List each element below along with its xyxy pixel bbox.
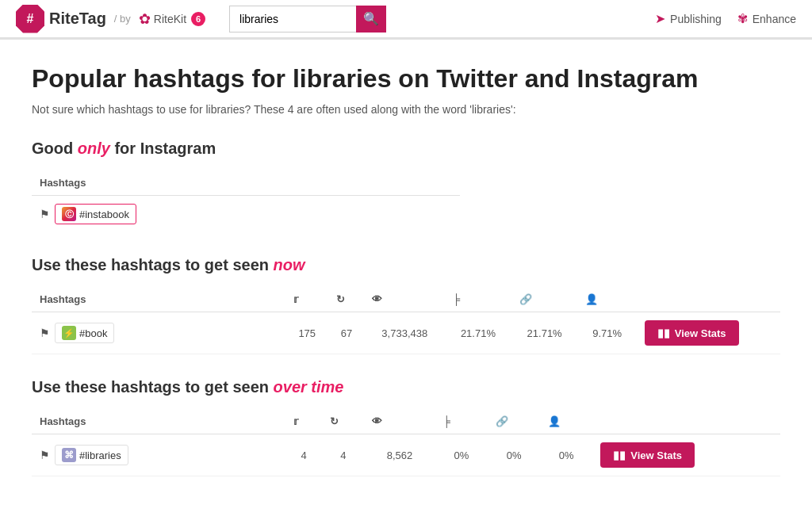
overtime-stat-views: 8,562 — [364, 434, 435, 476]
bar-chart-icon: ▮▮ — [613, 449, 626, 461]
instagram-hashtag-cell: ⚑ Ⓒ #instabook — [32, 196, 460, 233]
now-title-prefix: Use these hashtags to get seen — [32, 256, 274, 273]
hashtag-label-instabook: #instabook — [79, 208, 129, 220]
page-title: Popular hashtags for libraries on Twitte… — [32, 63, 780, 94]
overtime-table: Hashtags 𝕣 ↻ 👁 ╞ 🔗 👤 ⚑ ⌘ — [32, 409, 780, 476]
now-stat-twitter: 175 — [285, 312, 328, 354]
table-row: ⚑ ⚡ #book 175 67 3,733,438 21.71% 21.71%… — [32, 312, 780, 354]
main-content: Popular hashtags for libraries on Twitte… — [0, 40, 812, 524]
instagram-section: Good only for Instagram Hashtags ⚑ Ⓒ #in… — [32, 140, 780, 232]
now-col-hashtag: Hashtags — [32, 287, 285, 312]
overtime-stat-user: 0% — [540, 434, 592, 476]
now-col-retweet: ↻ — [328, 287, 364, 312]
overtime-title-highlight: over time — [274, 378, 344, 396]
search-button[interactable]: 🔍 — [356, 6, 386, 33]
overtime-col-twitter: 𝕣 — [285, 409, 322, 434]
overtime-col-user: 👤 — [540, 409, 592, 434]
bookmark-icon[interactable]: ⚑ — [40, 327, 50, 339]
view-stats-label-overtime: View Stats — [630, 449, 682, 461]
header: # RiteTag / by ✿ RiteKit 6 🔍 ➤ Publishin… — [0, 0, 812, 40]
now-stat-link: 21.71% — [511, 312, 578, 354]
now-view-stats-td: ▮▮ View Stats — [637, 312, 780, 354]
now-stat-user: 9.71% — [577, 312, 636, 354]
overtime-col-link: 🔗 — [488, 409, 540, 434]
view-stats-button-book[interactable]: ▮▮ View Stats — [645, 320, 739, 346]
overtime-col-action — [592, 409, 780, 434]
instagram-col-hashtag: Hashtags — [32, 170, 460, 196]
overtime-stat-twitter: 4 — [285, 434, 322, 476]
logo-area: # RiteTag / by ✿ RiteKit 6 — [16, 5, 205, 33]
overtime-hashtag-cell-td: ⚑ ⌘ #libraries — [32, 434, 285, 476]
hashtag-label-book: #book — [79, 327, 107, 339]
overtime-col-image: ╞ — [435, 409, 488, 434]
publishing-nav-link[interactable]: ➤ Publishing — [655, 11, 722, 26]
instagram-platform-icon: Ⓒ — [62, 207, 76, 221]
green-platform-icon: ⚡ — [62, 326, 76, 340]
overtime-section-title: Use these hashtags to get seen over time — [32, 378, 780, 396]
ritekit-label: RiteKit — [154, 13, 186, 25]
ritekit-logo: ✿ RiteKit 6 — [139, 10, 205, 28]
now-section: Use these hashtags to get seen now Hasht… — [32, 256, 780, 354]
search-icon: 🔍 — [363, 11, 379, 26]
hashtag-cell: ⚑ Ⓒ #instabook — [40, 204, 452, 224]
instagram-table: Hashtags ⚑ Ⓒ #instabook — [32, 170, 460, 232]
overtime-col-retweet: ↻ — [322, 409, 364, 434]
overtime-col-hashtag: Hashtags — [32, 409, 285, 434]
instagram-title-prefix: Good — [32, 140, 78, 157]
nav-right: ➤ Publishing ✾ Enhance — [655, 11, 796, 26]
now-hashtag-cell-td: ⚑ ⚡ #book — [32, 312, 285, 354]
publishing-label: Publishing — [670, 13, 722, 25]
search-area: 🔍 — [229, 6, 386, 33]
now-stat-views: 3,733,438 — [364, 312, 445, 354]
notification-badge[interactable]: 6 — [191, 12, 205, 26]
now-stat-retweet: 67 — [328, 312, 364, 354]
ritetag-logo-icon: # — [16, 5, 44, 33]
overtime-title-prefix: Use these hashtags to get seen — [32, 378, 274, 396]
bar-chart-icon: ▮▮ — [657, 327, 670, 339]
now-col-link: 🔗 — [511, 287, 578, 312]
overtime-col-views: 👁 — [364, 409, 435, 434]
now-col-views: 👁 — [364, 287, 445, 312]
now-table: Hashtags 𝕣 ↻ 👁 ╞ 🔗 👤 ⚑ ⚡ — [32, 287, 780, 354]
now-section-title: Use these hashtags to get seen now — [32, 256, 780, 274]
now-col-twitter: 𝕣 — [285, 287, 328, 312]
overtime-stat-retweet: 4 — [322, 434, 364, 476]
ritekit-flower-icon: ✿ — [139, 10, 151, 28]
publishing-icon: ➤ — [655, 11, 665, 26]
hashtag-badge-instabook[interactable]: Ⓒ #instabook — [55, 204, 136, 224]
table-row: ⚑ Ⓒ #instabook — [32, 196, 460, 233]
enhance-nav-link[interactable]: ✾ Enhance — [737, 11, 796, 26]
logo-name: RiteTag — [49, 10, 106, 28]
now-title-highlight: now — [274, 256, 305, 273]
view-stats-label: View Stats — [675, 327, 726, 339]
bookmark-icon[interactable]: ⚑ — [40, 208, 50, 220]
hashtag-cell: ⚑ ⌘ #libraries — [40, 445, 278, 465]
now-col-image: ╞ — [445, 287, 511, 312]
overtime-section: Use these hashtags to get seen over time… — [32, 378, 780, 476]
overtime-view-stats-td: ▮▮ View Stats — [592, 434, 780, 476]
table-row: ⚑ ⌘ #libraries 4 4 8,562 0% 0% 0% — [32, 434, 780, 476]
instagram-section-title: Good only for Instagram — [32, 140, 780, 158]
hashtag-badge-book[interactable]: ⚡ #book — [55, 323, 114, 343]
view-stats-button-libraries[interactable]: ▮▮ View Stats — [600, 442, 695, 468]
now-col-action — [637, 287, 780, 312]
hashtag-label-libraries: #libraries — [79, 449, 121, 461]
blue-platform-icon: ⌘ — [62, 448, 76, 462]
by-text: / by — [114, 13, 131, 25]
now-col-user: 👤 — [577, 287, 636, 312]
hashtag-cell: ⚑ ⚡ #book — [40, 323, 278, 343]
instagram-title-suffix: for Instagram — [110, 140, 216, 157]
bookmark-icon[interactable]: ⚑ — [40, 449, 50, 461]
overtime-stat-link: 0% — [488, 434, 540, 476]
search-input[interactable] — [229, 6, 356, 33]
enhance-label: Enhance — [753, 13, 796, 25]
overtime-stat-image: 0% — [435, 434, 488, 476]
enhance-icon: ✾ — [737, 11, 748, 26]
now-stat-image: 21.71% — [445, 312, 511, 354]
page-subtitle: Not sure which hashtags to use for libra… — [32, 103, 780, 116]
instagram-title-highlight: only — [78, 140, 110, 157]
hashtag-badge-libraries[interactable]: ⌘ #libraries — [55, 445, 128, 465]
